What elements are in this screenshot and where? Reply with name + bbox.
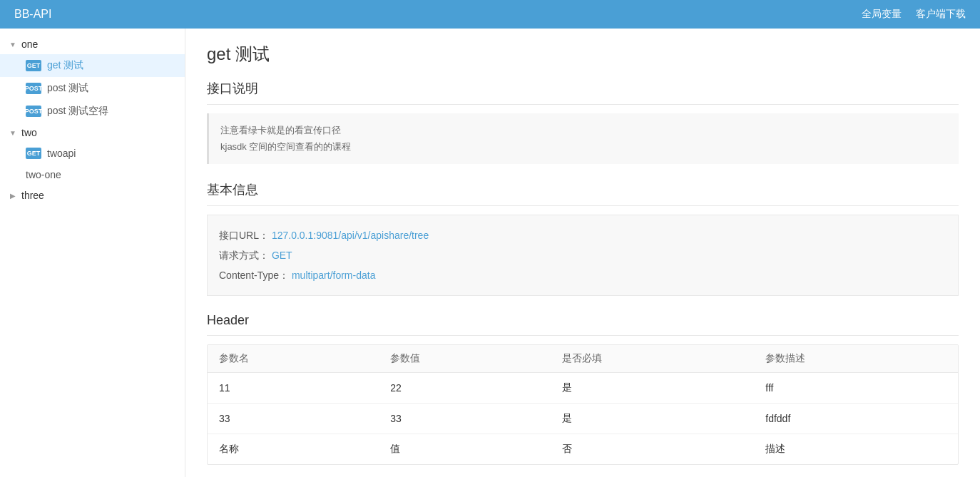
client-download-button[interactable]: 客户端下载 — [916, 8, 966, 21]
sidebar-item-twoapi[interactable]: GET twoapi — [0, 143, 185, 164]
header-col-param-value: 参数值 — [379, 345, 550, 373]
header-actions: 全局变量 客户端下载 — [862, 8, 966, 21]
method-value: GET — [272, 250, 292, 261]
section-header-title: Header — [207, 313, 959, 336]
chevron-down-icon-two: ▼ — [9, 128, 17, 137]
table-cell: 11 — [208, 372, 379, 403]
table-row: 3333是fdfddf — [208, 403, 958, 434]
page-title: get 测试 — [207, 43, 959, 66]
table-cell: 否 — [551, 434, 755, 464]
table-cell: 描述 — [754, 434, 958, 464]
basic-info-method-row: 请求方式： GET — [219, 245, 946, 265]
sidebar: ▼ one GET get 测试 POST post 测试 POST post … — [0, 29, 185, 477]
section-basic-info-title: 基本信息 — [207, 181, 959, 206]
url-value[interactable]: 127.0.0.1:9081/api/v1/apishare/tree — [272, 230, 429, 241]
app-title: BB-API — [14, 8, 51, 21]
method-badge-post: POST — [26, 83, 41, 94]
basic-info-content-type-row: Content-Type： multipart/form-data — [219, 265, 946, 285]
section-interface-desc-title: 接口说明 — [207, 80, 959, 105]
header-col-required: 是否必填 — [551, 345, 755, 373]
group-two-label: two — [21, 127, 37, 138]
header-table: 参数名 参数值 是否必填 参数描述 1122是fff3333是fdfddf名称值… — [208, 345, 958, 464]
interface-desc-line1: 注意看绿卡就是的看宣传口径 — [220, 122, 947, 138]
header-table-wrapper: 参数名 参数值 是否必填 参数描述 1122是fff3333是fdfddf名称值… — [207, 344, 959, 465]
table-row: 1122是fff — [208, 372, 958, 403]
interface-desc-line2: kjasdk 空间的空间查看的的课程 — [220, 138, 947, 155]
group-three-label: three — [21, 190, 44, 201]
header-col-param-name: 参数名 — [208, 345, 379, 373]
sidebar-item-post-test-label: post 测试 — [47, 82, 88, 95]
table-cell: 是 — [551, 372, 755, 403]
group-one-label: one — [21, 39, 38, 50]
url-label: 接口URL： — [219, 230, 269, 241]
table-cell: fdfddf — [754, 403, 958, 434]
section-header: Header 参数名 参数值 是否必填 参数描述 1122是fff3333是fd… — [207, 313, 959, 465]
sidebar-item-twoapi-label: twoapi — [47, 148, 76, 159]
header-table-thead-row: 参数名 参数值 是否必填 参数描述 — [208, 345, 958, 373]
tree-group-one: ▼ one GET get 测试 POST post 测试 POST post … — [0, 34, 185, 123]
content-type-value: multipart/form-data — [292, 270, 375, 281]
chevron-right-icon-three: ▶ — [9, 191, 17, 200]
sidebar-item-two-one-label: two-one — [26, 169, 61, 180]
table-row: 名称值否描述 — [208, 434, 958, 464]
sidebar-item-post-test[interactable]: POST post 测试 — [0, 77, 185, 100]
header-col-description: 参数描述 — [754, 345, 958, 373]
chevron-down-icon: ▼ — [9, 40, 17, 48]
method-label: 请求方式： — [219, 250, 269, 261]
method-badge-get: GET — [26, 60, 41, 71]
table-cell: 33 — [208, 403, 379, 434]
app-header: BB-API 全局变量 客户端下载 — [0, 0, 980, 29]
sidebar-item-get-test[interactable]: GET get 测试 — [0, 54, 185, 77]
method-badge-get2: GET — [26, 148, 41, 159]
sidebar-item-get-test-label: get 测试 — [47, 59, 83, 72]
sidebar-item-post-test-empty[interactable]: POST post 测试空得 — [0, 100, 185, 123]
layout: ▼ one GET get 测试 POST post 测试 POST post … — [0, 29, 980, 477]
tree-group-two-header[interactable]: ▼ two — [0, 123, 185, 143]
content-type-label: Content-Type： — [219, 270, 289, 281]
table-cell: 22 — [379, 372, 550, 403]
global-vars-button[interactable]: 全局变量 — [862, 8, 902, 21]
tree-group-three: ▶ three — [0, 185, 185, 205]
tree-group-one-header[interactable]: ▼ one — [0, 34, 185, 54]
section-basic-info: 基本信息 接口URL： 127.0.0.1:9081/api/v1/apisha… — [207, 181, 959, 296]
sidebar-item-two-one[interactable]: two-one — [0, 164, 185, 185]
interface-desc-box: 注意看绿卡就是的看宣传口径 kjasdk 空间的空间查看的的课程 — [207, 113, 959, 164]
table-cell: 值 — [379, 434, 550, 464]
basic-info-box: 接口URL： 127.0.0.1:9081/api/v1/apishare/tr… — [207, 215, 959, 296]
tree-group-three-header[interactable]: ▶ three — [0, 185, 185, 205]
table-cell: 名称 — [208, 434, 379, 464]
main-content: get 测试 接口说明 注意看绿卡就是的看宣传口径 kjasdk 空间的空间查看… — [185, 29, 980, 477]
table-cell: 33 — [379, 403, 550, 434]
sidebar-item-post-test-empty-label: post 测试空得 — [47, 105, 108, 118]
method-badge-post2: POST — [26, 106, 41, 117]
section-interface-desc: 接口说明 注意看绿卡就是的看宣传口径 kjasdk 空间的空间查看的的课程 — [207, 80, 959, 164]
table-cell: fff — [754, 372, 958, 403]
table-cell: 是 — [551, 403, 755, 434]
basic-info-url-row: 接口URL： 127.0.0.1:9081/api/v1/apishare/tr… — [219, 225, 946, 245]
tree-group-two: ▼ two GET twoapi two-one — [0, 123, 185, 185]
